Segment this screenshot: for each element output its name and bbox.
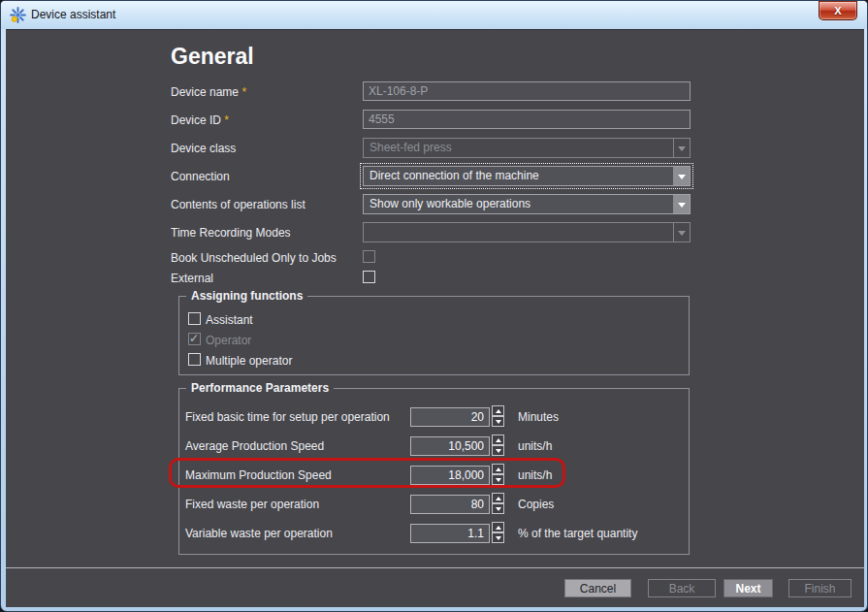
external-checkbox[interactable] — [363, 271, 375, 283]
device-assistant-window: Device assistant X General Device name *… — [0, 0, 868, 612]
spin-down-button[interactable] — [492, 503, 504, 514]
multiple-operator-checkbox[interactable] — [188, 353, 201, 366]
required-asterisk: * — [241, 85, 246, 99]
assigning-functions-group: Assigning functions Assistant Operator M… — [178, 296, 690, 375]
average-speed-label: Average Production Speed — [185, 439, 324, 453]
variable-waste-field[interactable] — [410, 524, 490, 543]
time-recording-label: Time Recording Modes — [171, 226, 291, 240]
maximum-speed-unit: units/h — [518, 468, 552, 482]
close-button[interactable]: X — [819, 1, 857, 20]
page-title: General — [171, 44, 254, 70]
fixed-waste-field[interactable] — [410, 495, 490, 514]
device-id-field[interactable] — [363, 110, 691, 129]
time-recording-select — [363, 222, 691, 242]
spin-down-button[interactable] — [492, 532, 504, 543]
spin-down-button[interactable] — [492, 474, 504, 485]
setup-time-unit: Minutes — [518, 410, 559, 424]
spin-down-button[interactable] — [492, 445, 504, 456]
next-button[interactable]: Next — [723, 579, 773, 597]
spin-up-button[interactable] — [492, 435, 504, 445]
chevron-down-icon[interactable] — [673, 167, 690, 185]
finish-button: Finish — [788, 579, 852, 597]
fixed-waste-unit: Copies — [518, 498, 554, 511]
maximum-speed-label: Maximum Production Speed — [185, 468, 332, 482]
average-speed-field[interactable] — [410, 436, 490, 456]
book-unscheduled-checkbox[interactable] — [363, 250, 375, 263]
device-name-field[interactable] — [363, 81, 691, 101]
setup-time-field[interactable] — [410, 407, 490, 427]
chevron-down-icon[interactable] — [673, 195, 690, 213]
spin-up-button[interactable] — [492, 493, 504, 503]
device-class-select: Sheet-fed press — [363, 138, 691, 158]
fixed-waste-label: Fixed waste per operation — [185, 498, 319, 511]
maximum-speed-field[interactable] — [410, 466, 490, 485]
device-name-label: Device name * — [171, 85, 246, 99]
required-asterisk: * — [224, 113, 229, 127]
connection-label: Connection — [171, 170, 230, 183]
spin-up-button[interactable] — [492, 405, 504, 416]
multiple-operator-label: Multiple operator — [206, 354, 292, 368]
window-title: Device assistant — [31, 8, 115, 21]
operator-checkbox — [188, 333, 201, 345]
performance-parameters-group: Performance Parameters Fixed basic time … — [178, 388, 690, 555]
spin-down-button[interactable] — [492, 416, 504, 427]
footer-divider — [6, 567, 864, 568]
device-id-label: Device ID * — [171, 113, 229, 127]
setup-time-label: Fixed basic time for setup per operation — [185, 410, 390, 424]
app-gear-icon — [10, 7, 26, 23]
book-unscheduled-label: Book Unscheduled Only to Jobs — [171, 251, 337, 265]
connection-select[interactable]: Direct connection of the machine — [363, 166, 691, 186]
chevron-down-icon — [673, 223, 690, 242]
variable-waste-label: Variable waste per operation — [185, 527, 333, 540]
chevron-down-icon — [673, 139, 690, 157]
average-speed-unit: units/h — [518, 439, 552, 453]
cancel-button[interactable]: Cancel — [564, 579, 631, 597]
assistant-checkbox[interactable] — [188, 312, 201, 325]
assigning-functions-title: Assigning functions — [186, 289, 307, 303]
operator-label: Operator — [206, 334, 251, 347]
performance-parameters-title: Performance Parameters — [186, 381, 334, 395]
assistant-label: Assistant — [206, 313, 253, 327]
spin-up-button[interactable] — [492, 464, 504, 474]
spin-up-button[interactable] — [492, 522, 504, 532]
device-class-label: Device class — [171, 142, 236, 155]
dialog-content: General Device name * Device ID * Device… — [6, 29, 864, 607]
external-label: External — [171, 272, 213, 285]
back-button: Back — [648, 579, 716, 597]
title-bar[interactable]: Device assistant — [1, 1, 867, 29]
operations-list-label: Contents of operations list — [171, 198, 305, 211]
variable-waste-unit: % of the target quantity — [518, 527, 637, 540]
operations-list-select[interactable]: Show only workable operations — [363, 194, 691, 214]
